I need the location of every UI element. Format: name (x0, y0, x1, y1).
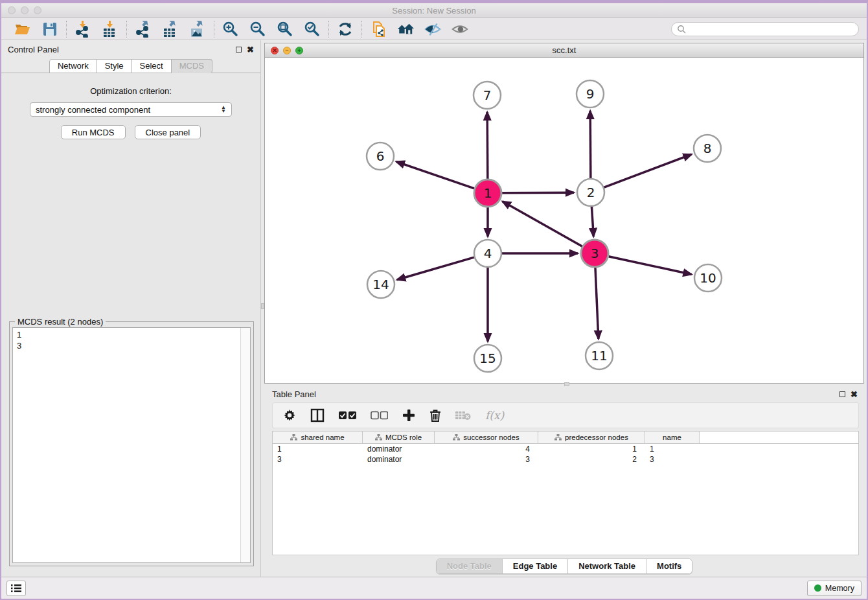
refresh-layout-icon[interactable] (337, 21, 354, 38)
table-cell[interactable]: 3 (273, 454, 363, 465)
zoom-selected-icon[interactable] (304, 21, 321, 38)
edge-2-8[interactable] (604, 154, 692, 187)
network-window-titlebar[interactable]: ✕ − + scc.txt (265, 43, 863, 58)
edge-2-9[interactable] (590, 111, 591, 178)
task-history-button[interactable] (6, 581, 26, 596)
table-cell[interactable]: 2 (538, 454, 645, 465)
delete-row-icon[interactable] (429, 409, 441, 422)
table-cell[interactable]: 1 (645, 444, 700, 454)
search-input[interactable] (686, 25, 853, 34)
control-panel: Control Panel ✖ NetworkStyleSelectMCDS O… (1, 40, 260, 577)
delete-table-icon (455, 410, 471, 421)
edge-1-2[interactable] (502, 192, 574, 193)
edge-4-14[interactable] (397, 257, 474, 280)
tab-edge-table[interactable]: Edge Table (503, 559, 568, 573)
save-session-icon[interactable] (41, 21, 58, 38)
edge-1-7[interactable] (487, 112, 488, 179)
column-label: predecessor nodes (565, 433, 628, 441)
table-cell[interactable]: 4 (435, 444, 538, 454)
table-row[interactable]: 3dominator323 (273, 454, 858, 465)
network-canvas[interactable]: 7968124314101511 (265, 58, 863, 383)
node-label-10: 10 (700, 270, 716, 286)
table-tabs-row: Node TableEdge TableNetwork TableMotifs (264, 555, 864, 577)
column-header-name[interactable]: name (645, 432, 700, 443)
node-label-14: 14 (372, 277, 389, 292)
zoom-out-icon[interactable] (249, 21, 266, 38)
memory-status-dot (814, 584, 821, 592)
edge-1-6[interactable] (396, 161, 475, 188)
tab-network-table[interactable]: Network Table (568, 559, 646, 573)
graph-svg: 7968124314101511 (265, 58, 866, 384)
home-neighbors-icon[interactable] (397, 21, 414, 38)
table-cell[interactable]: dominator (363, 454, 435, 465)
close-table-panel-icon[interactable]: ✖ (851, 390, 858, 398)
tab-mcds[interactable]: MCDS (172, 59, 212, 73)
zoom-fit-icon[interactable] (277, 21, 293, 38)
close-panel-icon[interactable]: ✖ (247, 45, 254, 54)
float-panel-icon[interactable] (236, 47, 242, 52)
optimization-criterion-dropdown[interactable]: strongly connected component ▲▼ (30, 102, 232, 117)
export-network-icon[interactable] (135, 21, 152, 38)
node-label-15: 15 (479, 351, 496, 366)
right-column: ✕ − + scc.txt 7968124314101511 Table Pan… (264, 40, 867, 577)
tab-network[interactable]: Network (49, 59, 97, 73)
tab-motifs[interactable]: Motifs (646, 559, 692, 573)
search-field[interactable] (671, 22, 859, 36)
column-header-MCDS-role[interactable]: MCDS role (363, 432, 435, 443)
add-row-icon[interactable] (402, 409, 415, 422)
table-cell[interactable]: 3 (435, 454, 538, 465)
float-table-panel-icon[interactable] (839, 391, 845, 397)
memory-button[interactable]: Memory (807, 581, 862, 596)
main-toolbar (1, 18, 867, 40)
result-line: 1 (17, 329, 236, 340)
column-sort-icon (453, 434, 460, 441)
edge-3-10[interactable] (608, 257, 691, 275)
splitter-handle[interactable] (261, 303, 264, 309)
table-row[interactable]: 1dominator411 (273, 444, 858, 454)
run-mcds-button[interactable]: Run MCDS (61, 125, 126, 139)
table-cell[interactable]: 1 (538, 444, 645, 454)
select-all-checkboxes-icon[interactable] (339, 411, 356, 420)
tab-node-table[interactable]: Node Table (437, 559, 503, 573)
h-splitter-handle[interactable] (564, 382, 569, 386)
result-scrollbar[interactable] (240, 328, 250, 562)
function-builder-icon: f(x) (485, 409, 504, 422)
table-cell[interactable]: dominator (363, 444, 435, 454)
horizontal-splitter[interactable] (264, 384, 864, 386)
node-label-3: 3 (591, 246, 599, 261)
close-panel-button[interactable]: Close panel (135, 125, 201, 139)
hide-selected-eye-icon[interactable] (424, 21, 441, 38)
import-table-icon[interactable] (102, 21, 119, 38)
column-label: name (663, 433, 681, 441)
column-layout-icon[interactable] (310, 408, 325, 422)
edge-2-3[interactable] (591, 207, 593, 237)
export-image-icon[interactable] (189, 21, 206, 38)
open-session-icon[interactable] (14, 21, 31, 38)
table-panel-title: Table Panel (272, 389, 839, 399)
column-header-shared-name[interactable]: shared name (273, 432, 363, 443)
edge-3-1[interactable] (503, 202, 582, 246)
application-window: Session: New Session Control Panel ✖ Net… (0, 0, 868, 600)
column-header-successor-nodes[interactable]: successor nodes (435, 432, 538, 443)
node-label-7: 7 (483, 87, 492, 103)
node-table[interactable]: shared nameMCDS rolesuccessor nodesprede… (272, 431, 859, 555)
import-network-icon[interactable] (74, 21, 91, 38)
duplicate-network-icon[interactable] (370, 21, 387, 38)
table-cell[interactable]: 3 (645, 454, 700, 465)
edge-3-11[interactable] (595, 268, 599, 339)
settings-gear-icon[interactable] (283, 409, 296, 422)
tab-select[interactable]: Select (132, 59, 172, 73)
table-cell[interactable]: 1 (273, 444, 363, 454)
dropdown-value: strongly connected component (36, 105, 221, 115)
deselect-all-checkboxes-icon[interactable] (371, 411, 388, 420)
vertical-splitter[interactable] (260, 40, 264, 577)
export-table-icon[interactable] (162, 21, 179, 38)
column-header-predecessor-nodes[interactable]: predecessor nodes (538, 432, 645, 443)
zoom-in-icon[interactable] (222, 21, 239, 38)
table-toolbar: f(x) (272, 402, 859, 428)
mac-titlebar: Session: New Session (1, 3, 867, 18)
show-eye-icon[interactable] (451, 21, 468, 38)
result-line: 3 (17, 340, 236, 351)
node-label-2: 2 (587, 185, 595, 200)
tab-style[interactable]: Style (97, 59, 132, 73)
